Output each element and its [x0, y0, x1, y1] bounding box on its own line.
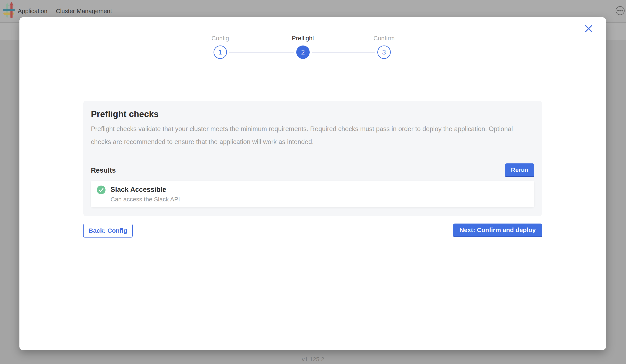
screen: Application Cluster Management v1.125.2 …: [0, 0, 626, 364]
check-pass-icon: [97, 186, 106, 194]
stepper-step-preflight[interactable]: Preflight 2: [274, 34, 332, 59]
preflight-result-card: Slack Accessible Can access the Slack AP…: [91, 181, 534, 207]
nav-tab-application[interactable]: Application: [18, 8, 47, 15]
check-detail: Can access the Slack API: [111, 196, 180, 203]
app-version-label: v1.125.2: [0, 356, 626, 363]
results-header-row: Results Rerun: [91, 164, 534, 177]
panel-title: Preflight checks: [91, 108, 534, 119]
nav-tab-cluster-management[interactable]: Cluster Management: [56, 8, 112, 15]
step-number-badge: 3: [377, 45, 391, 59]
step-number-badge: 1: [214, 45, 227, 59]
check-title: Slack Accessible: [111, 185, 180, 194]
step-number-badge: 2: [296, 45, 310, 59]
back-config-button[interactable]: Back: Config: [83, 224, 133, 237]
next-confirm-deploy-button[interactable]: Next: Confirm and deploy: [453, 224, 542, 237]
step-label: Config: [191, 34, 249, 42]
overflow-menu-button[interactable]: [616, 6, 625, 15]
close-icon: [585, 25, 592, 32]
check-text-block: Slack Accessible Can access the Slack AP…: [111, 185, 180, 203]
stepper-step-config[interactable]: Config 1: [191, 34, 249, 59]
ellipsis-circle-icon: [616, 6, 625, 15]
close-modal-button[interactable]: [584, 24, 594, 33]
panel-description: Preflight checks validate that your clus…: [91, 123, 528, 148]
step-label: Preflight: [274, 34, 332, 42]
app-logo-icon: [3, 2, 15, 19]
preflight-modal: Config 1 Preflight 2 Confirm 3 Preflight…: [19, 17, 606, 350]
results-heading: Results: [91, 166, 116, 174]
step-label: Confirm: [355, 34, 413, 42]
preflight-checks-panel: Preflight checks Preflight checks valida…: [83, 101, 542, 216]
stepper-step-confirm[interactable]: Confirm 3: [355, 34, 413, 59]
rerun-button[interactable]: Rerun: [505, 164, 534, 177]
check-icon-wrap: [97, 186, 106, 195]
